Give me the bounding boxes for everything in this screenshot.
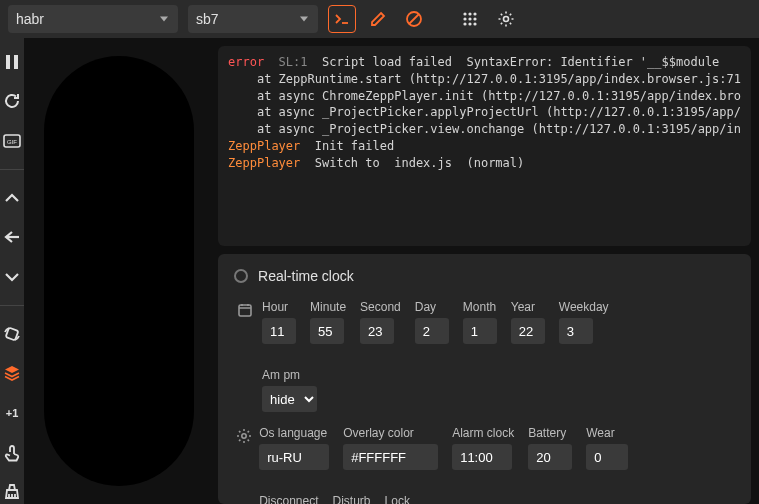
- svg-point-7: [463, 22, 466, 25]
- refresh-icon[interactable]: [0, 90, 24, 114]
- year-input[interactable]: [511, 318, 545, 344]
- hour-input[interactable]: [262, 318, 296, 344]
- touch-icon[interactable]: [0, 441, 24, 465]
- edit-icon[interactable]: [364, 5, 392, 33]
- explore-off-icon[interactable]: [400, 5, 428, 33]
- weekday-label: Weekday: [559, 300, 609, 314]
- year-label: Year: [511, 300, 545, 314]
- ampm-select[interactable]: hide: [262, 386, 317, 412]
- minute-input[interactable]: [310, 318, 344, 344]
- battery-label: Battery: [528, 426, 572, 440]
- svg-point-5: [468, 17, 471, 20]
- svg-point-8: [468, 22, 471, 25]
- separator: [0, 305, 24, 306]
- gif-icon[interactable]: GIF: [0, 129, 24, 153]
- svg-point-1: [463, 12, 466, 15]
- svg-point-17: [241, 434, 245, 438]
- disconnect-label: Disconnect: [259, 494, 318, 504]
- second-label: Second: [360, 300, 401, 314]
- lock-label: Lock: [385, 494, 410, 504]
- day-input[interactable]: [415, 318, 449, 344]
- section-title: Real-time clock: [258, 268, 354, 284]
- svg-point-9: [473, 22, 476, 25]
- svg-rect-16: [239, 305, 251, 316]
- overlay-label: Overlay color: [343, 426, 438, 440]
- separator: [0, 169, 24, 170]
- calendar-icon: [234, 302, 256, 318]
- month-input[interactable]: [463, 318, 497, 344]
- second-input[interactable]: [360, 318, 394, 344]
- overlay-input[interactable]: [343, 444, 438, 470]
- svg-point-2: [468, 12, 471, 15]
- plus-one-button[interactable]: +1: [0, 401, 24, 425]
- console-icon[interactable]: [328, 5, 356, 33]
- svg-point-10: [504, 17, 509, 22]
- gear-icon: [234, 428, 253, 444]
- chevron-up-icon[interactable]: [0, 186, 24, 210]
- wear-input[interactable]: [586, 444, 628, 470]
- screen-select[interactable]: sb7: [188, 5, 318, 33]
- oslang-input[interactable]: [259, 444, 329, 470]
- wipe-icon[interactable]: [0, 480, 24, 504]
- project-select[interactable]: habr: [8, 5, 178, 33]
- svg-text:GIF: GIF: [7, 139, 17, 145]
- chevron-down-icon[interactable]: [0, 265, 24, 289]
- config-panel: Real-time clock Hour Minute: [218, 254, 751, 504]
- svg-rect-11: [6, 55, 10, 69]
- hour-label: Hour: [262, 300, 296, 314]
- arrow-left-icon[interactable]: [0, 226, 24, 250]
- alarm-label: Alarm clock: [452, 426, 514, 440]
- wear-label: Wear: [586, 426, 628, 440]
- svg-point-4: [463, 17, 466, 20]
- svg-point-3: [473, 12, 476, 15]
- settings-gear-icon[interactable]: [492, 5, 520, 33]
- rotate-icon[interactable]: [0, 322, 24, 346]
- alarm-input[interactable]: [452, 444, 512, 470]
- oslang-label: Os language: [259, 426, 329, 440]
- svg-rect-12: [14, 55, 18, 69]
- minute-label: Minute: [310, 300, 346, 314]
- device-preview: [44, 56, 194, 486]
- day-label: Day: [415, 300, 449, 314]
- radio-unchecked-icon[interactable]: [234, 269, 248, 283]
- weekday-input[interactable]: [559, 318, 593, 344]
- apps-grid-icon[interactable]: [456, 5, 484, 33]
- disturb-label: Disturb: [333, 494, 371, 504]
- console-output: error SL:1 Script load failed SyntaxErro…: [218, 46, 751, 246]
- ampm-label: Am pm: [262, 368, 317, 382]
- svg-point-6: [473, 17, 476, 20]
- layers-icon[interactable]: [0, 361, 24, 385]
- battery-input[interactable]: [528, 444, 572, 470]
- pause-icon[interactable]: [0, 50, 24, 74]
- month-label: Month: [463, 300, 497, 314]
